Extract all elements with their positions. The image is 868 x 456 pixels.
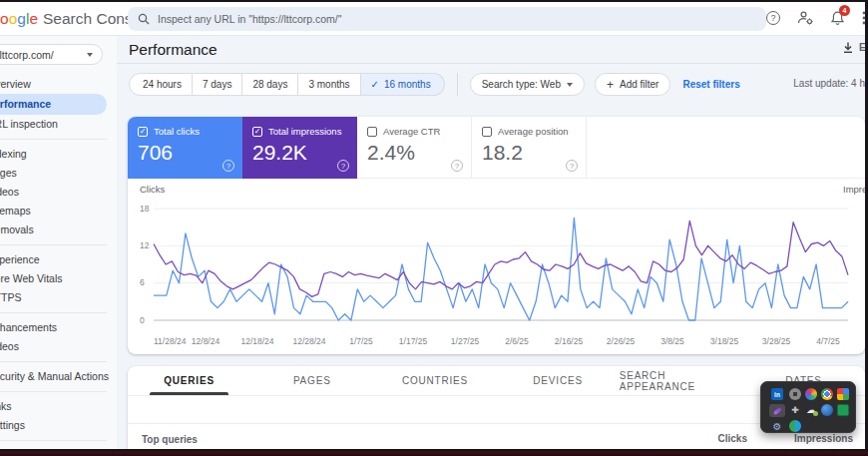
sidebar-divider (0, 312, 107, 313)
sidebar-item-https[interactable]: HTTPS (0, 288, 117, 307)
clicks-column-header[interactable]: Clicks (718, 433, 747, 444)
sidebar-item-overview[interactable]: Overview (0, 75, 117, 94)
sidebar-item-experience[interactable]: Experience (0, 250, 117, 269)
sidebar-item-enhancements[interactable]: Enhancements (0, 318, 117, 337)
x-tick-label: 4/7/25 (816, 336, 840, 346)
chip-28-days[interactable]: 28 days (242, 73, 298, 96)
tray-icon-chrome[interactable] (821, 388, 833, 400)
sidebar-nav: OverviewPerformanceURL inspectionIndexin… (0, 75, 117, 449)
right-axis-label: Impressions (843, 184, 865, 195)
window-top-border (0, 0, 868, 2)
metric-value: 18.2 (482, 141, 576, 165)
add-filter-button[interactable]: + Add filter (595, 73, 670, 96)
sidebar-item-sitemaps[interactable]: Sitemaps (0, 202, 117, 221)
tray-icon-gear[interactable]: ⚙ (771, 420, 783, 432)
performance-chart[interactable]: Clicks Impressions 181260 11/28/2412/8/2… (128, 179, 865, 354)
download-icon (842, 41, 854, 54)
y-tick-label: 12 (140, 240, 150, 250)
total-clicks-tile[interactable]: ✓ Total clicks 706 ? (128, 117, 242, 179)
x-tick-label: 12/28/24 (292, 336, 325, 346)
notifications-button[interactable]: 4 (828, 9, 846, 27)
metric-value: 29.2K (252, 141, 347, 165)
tray-icon-feather[interactable] (769, 404, 785, 417)
impressions-column-header[interactable]: Impressions (794, 433, 853, 444)
sidebar-item-indexing[interactable]: Indexing (0, 145, 117, 164)
left-axis-label: Clicks (140, 184, 165, 195)
tray-icon-blue-app[interactable] (821, 404, 833, 416)
help-icon[interactable]: ? (566, 160, 578, 172)
checkbox-unchecked-icon (482, 127, 492, 137)
chip-16-months[interactable]: ✓ 16 months (361, 73, 445, 96)
sidebar-item-security-manual-actions[interactable]: Security & Manual Actions (0, 367, 117, 386)
page-title: Performance (129, 41, 217, 59)
tab-pages[interactable]: PAGES (250, 366, 373, 395)
x-tick-label: 12/18/24 (240, 336, 273, 346)
property-selector[interactable]: https://lttcorp.com/ (0, 44, 103, 65)
search-placeholder: Inspect any URL in "https://lttcorp.com/… (158, 13, 341, 25)
sidebar-divider (0, 244, 107, 245)
tab-countries[interactable]: COUNTRIES (373, 366, 496, 395)
x-tick-label: 2/6/25 (505, 336, 529, 346)
x-tick-label: 11/28/24 (154, 336, 186, 346)
x-tick-label: 1/27/25 (451, 336, 479, 346)
sidebar: https://lttcorp.com/ OverviewPerformance… (0, 36, 117, 449)
chip-7-days[interactable]: 7 days (193, 73, 242, 96)
help-icon[interactable]: ? (337, 160, 349, 172)
tray-icon-cloud-sync[interactable]: ☁ (805, 404, 817, 416)
help-button[interactable]: ? (764, 9, 782, 27)
sidebar-item-links[interactable]: Links (0, 397, 117, 416)
reset-filters-link[interactable]: Reset filters (682, 79, 739, 90)
metric-value: 706 (138, 141, 232, 165)
tray-icon-color-wheel[interactable] (805, 388, 817, 400)
table-header-row: Top queries Clicks Impressions (128, 424, 865, 449)
help-icon[interactable]: ? (451, 160, 463, 172)
tray-icon-green-app[interactable] (837, 404, 849, 416)
tray-icon-globe[interactable] (789, 420, 801, 432)
dimensions-card: QUERIES PAGES COUNTRIES DEVICES SEARCH A… (128, 366, 865, 449)
metric-label: Total clicks (154, 126, 200, 137)
chip-24-hours[interactable]: 24 hours (129, 73, 193, 96)
tray-icon-cross[interactable]: ✚ (789, 404, 801, 416)
sidebar-item-performance[interactable]: Performance (0, 94, 107, 115)
url-inspect-searchbar[interactable]: Inspect any URL in "https://lttcorp.com/… (128, 7, 766, 31)
date-range-group: 24 hours 7 days 28 days 3 months ✓ 16 mo… (129, 73, 445, 96)
average-position-tile[interactable]: Average position 18.2 ? (472, 117, 587, 179)
sidebar-item-videos[interactable]: Videos (0, 337, 117, 356)
chip-3-months[interactable]: 3 months (298, 73, 360, 96)
tab-queries[interactable]: QUERIES (128, 366, 250, 395)
tray-icon-linkedin[interactable]: in (771, 388, 783, 400)
average-ctr-tile[interactable]: Average CTR 2.4% ? (357, 117, 472, 179)
search-type-dropdown[interactable]: Search type: Web (470, 73, 585, 96)
account-settings-button[interactable] (796, 9, 814, 27)
search-type-label: Search type: Web (482, 79, 561, 90)
system-tray-popup: in✚☁⚙ (760, 381, 856, 433)
sidebar-item-url-inspection[interactable]: URL inspection (0, 115, 117, 134)
sidebar-divider (0, 361, 107, 362)
checkbox-checked-icon: ✓ (252, 127, 262, 137)
sidebar-item-videos[interactable]: Videos (0, 183, 117, 202)
tab-devices[interactable]: DEVICES (497, 366, 620, 395)
clicks-impressions-line-chart[interactable]: 181260 (140, 197, 850, 328)
tray-icon-gray-dial[interactable] (789, 388, 801, 400)
x-tick-label: 2/26/25 (607, 336, 635, 346)
top-app-bar: Google Search Console Inspect any URL in… (0, 2, 868, 36)
help-icon[interactable]: ? (222, 160, 234, 172)
y-tick-label: 0 (140, 315, 145, 325)
x-tick-label: 12/8/24 (192, 336, 219, 346)
checkbox-checked-icon: ✓ (138, 127, 148, 137)
sidebar-item-core-web-vitals[interactable]: Core Web Vitals (0, 269, 117, 288)
google-logo-text: Google (0, 10, 38, 28)
total-impressions-tile[interactable]: ✓ Total impressions 29.2K ? (242, 117, 357, 179)
check-icon: ✓ (371, 79, 379, 90)
sidebar-item-removals[interactable]: Removals (0, 221, 117, 239)
y-tick-label: 6 (140, 277, 145, 287)
tab-search-appearance[interactable]: SEARCH APPEARANCE (620, 366, 742, 395)
metric-label: Average position (498, 126, 569, 137)
x-tick-label: 1/7/25 (349, 336, 373, 346)
tray-icon-google-app-grid[interactable] (837, 388, 849, 400)
google-search-console-app: { "header": { "logo_brand": "Google", "l… (0, 0, 868, 456)
sidebar-item-settings[interactable]: Settings (0, 416, 117, 435)
sidebar-item-pages[interactable]: Pages (0, 164, 117, 183)
plus-icon: + (607, 78, 614, 92)
help-icon: ? (766, 11, 780, 25)
